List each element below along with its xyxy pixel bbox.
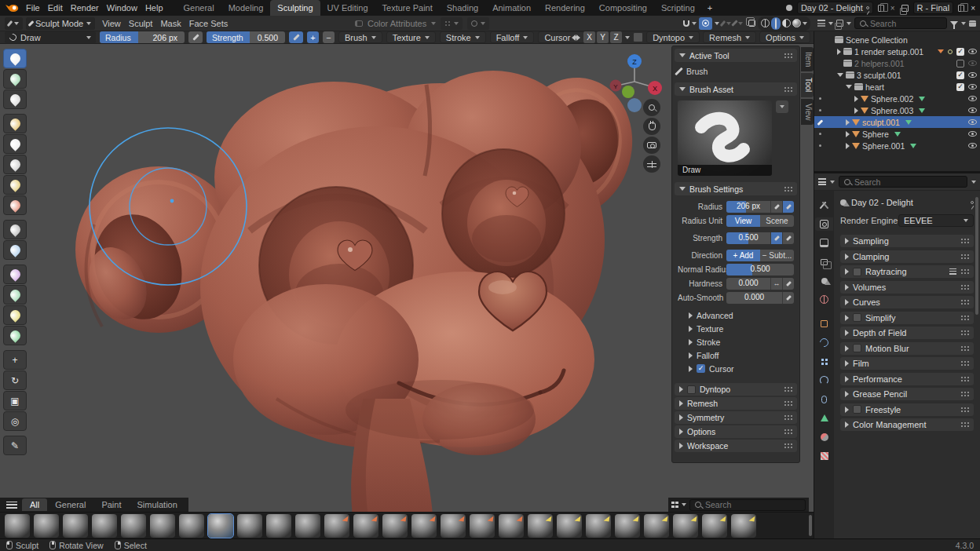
subpanel-cursor[interactable]: ✓Cursor [678,362,794,375]
properties-tab-tool[interactable] [815,199,833,212]
editor-type-button[interactable] [5,17,23,30]
brush-thumbnail-9[interactable] [237,514,262,538]
shading-solid-button[interactable] [771,17,781,30]
brush-thumbnail-22[interactable] [615,514,640,538]
panel-checkbox[interactable] [853,268,861,276]
properties-tab-object[interactable] [815,317,833,330]
properties-tab-output[interactable] [815,236,833,250]
properties-tab-view-layer[interactable] [815,255,833,268]
settings-dropdown-falloff[interactable]: Falloff [490,31,535,43]
sidebar-tab-tool[interactable]: Tool [801,73,814,97]
shelf-tab-paint[interactable]: Paint [93,498,129,511]
panel-options[interactable]: Options [675,425,797,438]
workspace-tab-uv-editing[interactable]: UV Editing [320,0,375,16]
workspace-tab-modeling[interactable]: Modeling [221,0,271,16]
sidebar-tab-item[interactable]: Item [801,47,814,71]
render-panel-sampling[interactable]: Sampling [840,235,974,247]
proportional-editing-button[interactable] [699,17,712,30]
shelf-search[interactable] [689,499,806,511]
workspace-tab-compositing[interactable]: Compositing [592,0,654,16]
radius-tablet-pressure-button[interactable] [782,201,794,213]
tool-clay-strips[interactable] [3,114,27,133]
overlays-icon[interactable] [748,20,755,27]
dyntopo-dropdown[interactable]: Dyntopo [646,31,700,43]
exclude-checkbox[interactable] [956,60,964,68]
snap-icon[interactable] [683,20,689,27]
brush-thumbnail-4[interactable] [92,514,117,538]
render-panel-motion-blur[interactable]: Motion Blur [840,342,974,355]
panel-checkbox[interactable] [687,385,696,394]
viewport-menu-view[interactable]: View [98,16,125,31]
sidebar-strength-slider[interactable]: 0.500 [726,232,770,244]
hide-in-viewport-icon[interactable] [968,49,977,54]
tool-transform[interactable]: ◎ [3,411,27,431]
render-panel-volumes[interactable]: Volumes [840,281,974,294]
shading-wireframe-icon[interactable] [761,19,770,27]
subpanel-advanced[interactable]: Advanced [678,308,794,322]
hide-in-viewport-icon[interactable] [968,60,977,66]
shelf-tab-simulation[interactable]: Simulation [129,498,185,511]
tool-mask[interactable] [3,305,27,325]
strength-slider[interactable]: Strength 0.500 [207,31,285,43]
render-panel-depth-of-field[interactable]: Depth of Field [840,327,974,339]
outliner-row-sphere[interactable]: Sphere [814,128,980,140]
display-mode-icon[interactable] [817,20,825,27]
panel-checkbox[interactable] [853,313,861,322]
hardness-edit-button[interactable] [782,278,794,290]
camera-view-button[interactable] [643,137,660,154]
render-panel-grease-pencil[interactable]: Grease Pencil [840,388,974,400]
properties-options-dropdown[interactable] [971,181,976,184]
menu-window[interactable]: Window [103,3,141,13]
symmetry-z-button[interactable]: Z [610,31,622,43]
radius-edit-button[interactable] [770,201,782,213]
outliner-row-scene-collection[interactable]: Scene Collection [814,34,980,46]
properties-tab-world[interactable] [815,293,833,306]
workspace-tab-texture-paint[interactable]: Texture Paint [375,0,440,16]
viewport-menu-sculpt[interactable]: Sculpt [125,16,157,31]
presets-icon[interactable] [949,268,956,275]
viewport-menu-mask[interactable]: Mask [156,16,185,31]
tool-grab[interactable] [3,240,27,260]
exclude-checkbox[interactable]: ✓ [956,48,964,56]
properties-scrollbar[interactable] [975,197,978,315]
brush-thumbnail-24[interactable] [673,514,698,538]
outliner-search-input[interactable] [870,19,942,28]
brush-thumbnail-7[interactable] [179,514,204,538]
zoom-button[interactable] [643,99,660,116]
brush-thumbnail-12[interactable] [324,514,349,538]
brush-thumbnail-18[interactable] [499,514,524,538]
brush-thumbnail-1[interactable] [5,514,30,538]
shelf-scrollbar[interactable] [809,515,812,536]
settings-dropdown-stroke[interactable]: Stroke [440,31,486,43]
outliner-row-sculpt-001[interactable]: sculpt.001 [814,116,980,128]
outliner-row-heart[interactable]: heart✓ [814,81,980,93]
remesh-dropdown[interactable]: Remesh [703,31,756,43]
render-panel-film[interactable]: Film [840,357,974,370]
hide-in-viewport-icon[interactable] [968,84,977,89]
subpanel-stroke[interactable]: Stroke [678,335,794,348]
tool-layer[interactable] [3,134,27,154]
remove-view-layer-button[interactable]: × [969,4,977,13]
shelf-tab-general[interactable]: General [47,498,93,511]
brush-thumbnail-2[interactable] [34,514,59,538]
active-tool-panel-header[interactable]: Active Tool [675,49,797,62]
radius-unit-scene[interactable]: Scene [760,215,794,227]
tool-snake-hook[interactable] [3,285,27,305]
sidebar-radius-slider[interactable]: 206 px [726,201,770,213]
workspace-tab-general[interactable]: General [177,0,221,16]
hide-in-viewport-icon[interactable] [968,143,977,148]
brush-thumbnail-8[interactable] [208,514,233,538]
symmetry-x-button[interactable]: X [583,31,595,43]
shelf-search-input[interactable] [705,500,800,509]
panel-workspace[interactable]: Workspace [675,440,797,452]
workspace-tab-rendering[interactable]: Rendering [538,0,592,16]
brush-thumbnail-25[interactable] [702,514,727,538]
panel-checkbox[interactable] [853,344,861,352]
direction-subtract-button[interactable]: − [323,31,335,43]
brush-thumbnail-17[interactable] [470,514,495,538]
properties-search-input[interactable] [854,177,962,187]
brush-shape-dropdown[interactable] [467,17,489,30]
tool-draw-sharp[interactable] [3,69,27,89]
shading-dropdown[interactable] [803,22,807,25]
workspace-tab-sculpting[interactable]: Sculpting [270,0,320,16]
